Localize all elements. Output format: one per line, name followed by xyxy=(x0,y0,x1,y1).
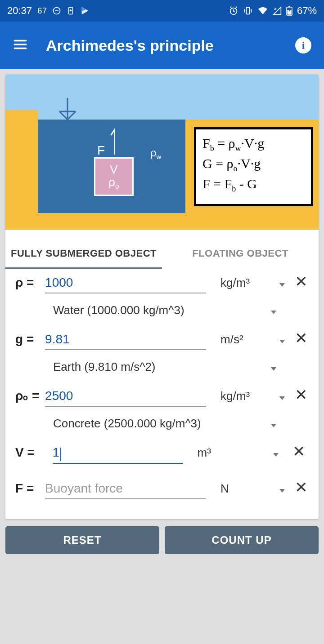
formula-box: Fb = ρw·V·g G = ρo·V·g F = Fb - G xyxy=(194,127,313,206)
svg-rect-6 xyxy=(288,6,290,7)
label-rho: ρ = xyxy=(15,275,40,290)
status-temp: 67 xyxy=(37,6,47,16)
unit-force[interactable]: N xyxy=(211,482,271,496)
unit-rho-dropdown[interactable] xyxy=(275,283,289,287)
preset-rho-o[interactable]: Concrete (2500.000 kg/m^3) xyxy=(53,416,260,433)
preset-rho-dropdown[interactable] xyxy=(265,311,283,314)
battery-icon xyxy=(286,6,292,16)
preset-g-dropdown[interactable] xyxy=(265,367,283,371)
unit-force-dropdown[interactable] xyxy=(275,489,289,493)
preset-rho[interactable]: Water (1000.000 kg/m^3) xyxy=(53,302,260,320)
rho-water-label: ρw xyxy=(150,147,161,160)
cube-density-label: ρo xyxy=(108,176,119,190)
tab-bar: FULLY SUBMERGED OBJECT FLOATING OBJECT xyxy=(5,230,319,269)
status-time: 20:37 xyxy=(7,5,32,17)
calculator-form: ρ = kg/m³ ✕ Water (1000.000 kg/m^3) g = … xyxy=(5,269,319,519)
wifi-icon xyxy=(257,6,268,15)
tab-floating[interactable]: FLOATING OBJECT xyxy=(162,240,319,269)
page-title: Archimedes's principle xyxy=(46,37,214,54)
preset-rho-o-dropdown[interactable] xyxy=(265,424,283,427)
waterline-marker-icon xyxy=(55,98,82,125)
input-g[interactable] xyxy=(45,330,206,350)
unit-g[interactable]: m/s² xyxy=(211,333,271,346)
input-force[interactable] xyxy=(45,480,206,499)
download-icon xyxy=(67,7,75,15)
signal-icon: x xyxy=(273,6,282,15)
label-g: g = xyxy=(15,332,40,346)
svg-rect-3 xyxy=(246,8,249,14)
svg-text:x: x xyxy=(274,6,277,11)
tab-submerged[interactable]: FULLY SUBMERGED OBJECT xyxy=(5,240,162,269)
unit-rho-o-dropdown[interactable] xyxy=(275,396,289,400)
menu-icon[interactable] xyxy=(13,37,28,54)
status-icon-1 xyxy=(52,6,61,15)
label-volume: V = xyxy=(15,445,48,460)
unit-volume[interactable]: m³ xyxy=(188,446,263,460)
main-card: F ρw V ρo Fb = ρw·V·g G = ρo·V·g F = Fb … xyxy=(5,75,319,519)
clear-force[interactable]: ✕ xyxy=(294,480,309,495)
reset-button[interactable]: RESET xyxy=(5,526,159,554)
buoyancy-diagram: F ρw V ρo Fb = ρw·V·g G = ρo·V·g F = Fb … xyxy=(5,75,319,230)
clear-volume[interactable]: ✕ xyxy=(289,444,309,459)
vibrate-icon xyxy=(243,6,253,16)
clear-rho-o[interactable]: ✕ xyxy=(294,387,309,402)
count-up-button[interactable]: COUNT UP xyxy=(165,526,319,554)
unit-rho-o[interactable]: kg/m³ xyxy=(211,389,271,403)
force-arrow-icon xyxy=(110,128,115,155)
cube-volume-label: V xyxy=(110,163,117,176)
clear-g[interactable]: ✕ xyxy=(294,330,309,346)
unit-volume-dropdown[interactable] xyxy=(267,453,285,457)
force-label: F xyxy=(97,143,105,158)
info-icon[interactable]: i xyxy=(295,37,311,53)
battery-percent: 67% xyxy=(297,5,317,17)
label-force: F = xyxy=(15,481,40,496)
input-rho-o[interactable] xyxy=(45,387,206,407)
status-bar: 20:37 67 x 67% xyxy=(0,0,324,22)
input-rho[interactable] xyxy=(45,274,206,293)
unit-rho[interactable]: kg/m³ xyxy=(211,276,271,290)
input-volume[interactable]: 1 xyxy=(53,444,183,464)
label-rho-o: ρₒ = xyxy=(15,388,40,403)
preset-g[interactable]: Earth (9.810 m/s^2) xyxy=(53,359,260,377)
play-icon xyxy=(80,6,90,16)
app-bar: Archimedes's principle i xyxy=(0,22,324,69)
unit-g-dropdown[interactable] xyxy=(275,340,289,343)
object-cube: V ρo xyxy=(94,157,134,196)
clear-rho[interactable]: ✕ xyxy=(294,274,309,289)
alarm-icon xyxy=(229,6,238,16)
